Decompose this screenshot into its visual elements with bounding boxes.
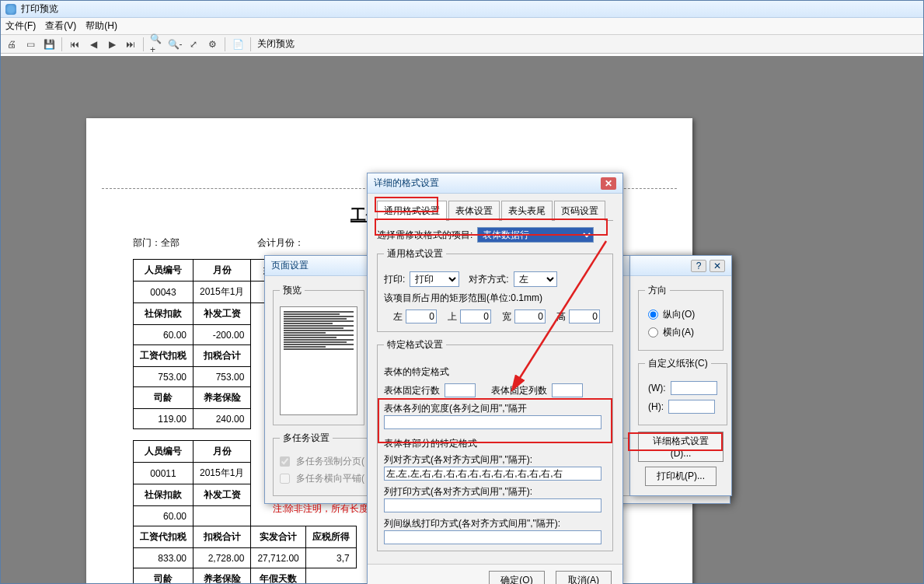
col-print-label: 列打印方式(各对齐方式间用","隔开): xyxy=(384,486,532,497)
menu-view[interactable]: 查看(V) xyxy=(45,19,76,33)
save-icon[interactable]: 💾 xyxy=(43,38,55,51)
direction-legend: 方向 xyxy=(645,284,670,297)
portrait-radio[interactable] xyxy=(648,309,658,320)
separator xyxy=(250,37,251,51)
col-vline-label: 列间纵线打印方式(各对齐方式间用","隔开): xyxy=(384,518,560,529)
dialog-title: 页面设置 xyxy=(271,259,309,272)
select-item-label: 选择需修改格式的项目: xyxy=(377,229,472,242)
dialog-title-bar: 详细的格式设置 ✕ xyxy=(368,173,622,194)
cancel-button[interactable]: 取消(A) xyxy=(556,571,612,584)
prev-page-icon[interactable]: ◀ xyxy=(87,38,99,51)
col-vline-input[interactable] xyxy=(384,530,601,544)
rect-left-input[interactable] xyxy=(406,309,437,323)
horiz-tile-label: 多任务横向平铺( xyxy=(296,472,364,485)
align-select[interactable]: 左 xyxy=(514,271,557,287)
app-icon xyxy=(5,4,16,15)
close-icon[interactable]: ✕ xyxy=(710,260,725,272)
page-setup-icon[interactable]: 📄 xyxy=(232,38,244,51)
ok-button[interactable]: 确定(O) xyxy=(489,571,545,584)
tab-headfoot[interactable]: 表头表尾 xyxy=(501,201,553,221)
width-label: (W): xyxy=(648,383,666,393)
fixed-cols-input[interactable] xyxy=(552,383,583,397)
menu-file[interactable]: 文件(F) xyxy=(5,19,36,33)
force-page-label: 多任务强制分页( xyxy=(296,455,364,468)
custom-paper-legend: 自定义纸张(C) xyxy=(645,357,711,370)
tabs: 通用格式设置 表体设置 表头表尾 页码设置 xyxy=(377,200,613,221)
last-page-icon[interactable]: ⏭ xyxy=(124,38,137,51)
preview-legend: 预览 xyxy=(280,284,305,297)
col-align-label: 列对齐方式(各对齐方式间用","隔开): xyxy=(384,454,532,465)
help-icon[interactable]: ? xyxy=(691,260,706,272)
detail-format-dialog: 详细的格式设置 ✕ 通用格式设置 表体设置 表头表尾 页码设置 选择需修改格式的… xyxy=(367,173,623,584)
print-select[interactable]: 打印 xyxy=(410,271,459,287)
col-align-input[interactable] xyxy=(384,467,601,481)
window-title: 打印预览 xyxy=(21,2,58,16)
horiz-tile-checkbox[interactable] xyxy=(280,474,290,484)
menu-bar: 文件(F) 查看(V) 帮助(H) xyxy=(1,18,923,35)
title-bar: 打印预览 xyxy=(1,1,923,18)
rect-top-input[interactable] xyxy=(460,309,491,323)
specific-format-legend: 特定格式设置 xyxy=(384,338,446,351)
part-format-label: 表体各部分的特定格式 xyxy=(384,437,606,450)
next-page-icon[interactable]: ▶ xyxy=(106,38,118,51)
separator xyxy=(225,37,225,51)
force-page-checkbox[interactable] xyxy=(280,456,290,467)
multitask-legend: 多任务设置 xyxy=(280,432,333,445)
paper-height-input[interactable] xyxy=(668,400,715,414)
landscape-label: 横向(A) xyxy=(663,326,694,339)
zoom-out-icon[interactable]: 🔍- xyxy=(169,38,181,51)
tab-pageno[interactable]: 页码设置 xyxy=(554,201,605,221)
rect-width-input[interactable] xyxy=(514,309,546,323)
rect-label: 该项目所占用的矩形范围(单位:0.1mm) xyxy=(384,292,542,303)
general-format-legend: 通用格式设置 xyxy=(384,247,446,261)
dialog-title: 详细的格式设置 xyxy=(374,177,439,190)
new-page-icon[interactable]: ▭ xyxy=(24,38,37,51)
paper-width-input[interactable] xyxy=(671,381,717,395)
portrait-label: 纵向(O) xyxy=(663,308,695,321)
zoom-settings-icon[interactable]: ⚙ xyxy=(206,38,218,51)
dialog-title-bar: ? ✕ xyxy=(630,256,731,276)
rect-height-input[interactable] xyxy=(569,309,600,323)
tab-body[interactable]: 表体设置 xyxy=(448,201,500,221)
first-page-icon[interactable]: ⏮ xyxy=(68,38,81,51)
separator xyxy=(61,37,62,51)
separator xyxy=(143,37,144,51)
paper-dialog: ? ✕ 方向 纵向(O) 横向(A) 自定义纸张(C) (W): (H): xyxy=(629,255,732,496)
print-icon[interactable]: 🖨 xyxy=(5,38,18,51)
col-print-input[interactable] xyxy=(384,498,601,512)
zoom-in-icon[interactable]: 🔍+ xyxy=(150,38,162,51)
align-label: 对齐方式: xyxy=(469,273,508,286)
detail-format-button[interactable]: 详细格式设置(D)... xyxy=(638,432,724,462)
height-label: (H): xyxy=(648,401,664,412)
toolbar: 🖨 ▭ 💾 ⏮ ◀ ▶ ⏭ 🔍+ 🔍- ⤢ ⚙ 📄 关闭预览 xyxy=(1,35,923,54)
col-width-label: 表体各列的宽度(各列之间用","隔开 xyxy=(384,403,527,414)
print-label: 打印: xyxy=(384,273,405,286)
landscape-radio[interactable] xyxy=(648,327,658,337)
fixed-cols-label: 表体固定列数 xyxy=(491,384,547,397)
printer-button[interactable]: 打印机(P)... xyxy=(645,467,717,486)
close-icon[interactable]: ✕ xyxy=(601,177,616,190)
page-thumbnail xyxy=(280,306,357,415)
zoom-fit-icon[interactable]: ⤢ xyxy=(187,38,200,51)
fixed-rows-input[interactable] xyxy=(445,383,476,397)
body-format-label: 表体的特定格式 xyxy=(384,365,606,379)
col-width-input[interactable] xyxy=(384,415,601,429)
select-item-dropdown[interactable]: 表体数据行 xyxy=(477,227,594,243)
tab-general[interactable]: 通用格式设置 xyxy=(377,201,447,221)
menu-help[interactable]: 帮助(H) xyxy=(85,19,117,33)
fixed-rows-label: 表体固定行数 xyxy=(384,384,440,397)
close-preview-button[interactable]: 关闭预览 xyxy=(257,37,295,51)
dialog-footer: 确定(O) 取消(A) xyxy=(368,564,622,584)
